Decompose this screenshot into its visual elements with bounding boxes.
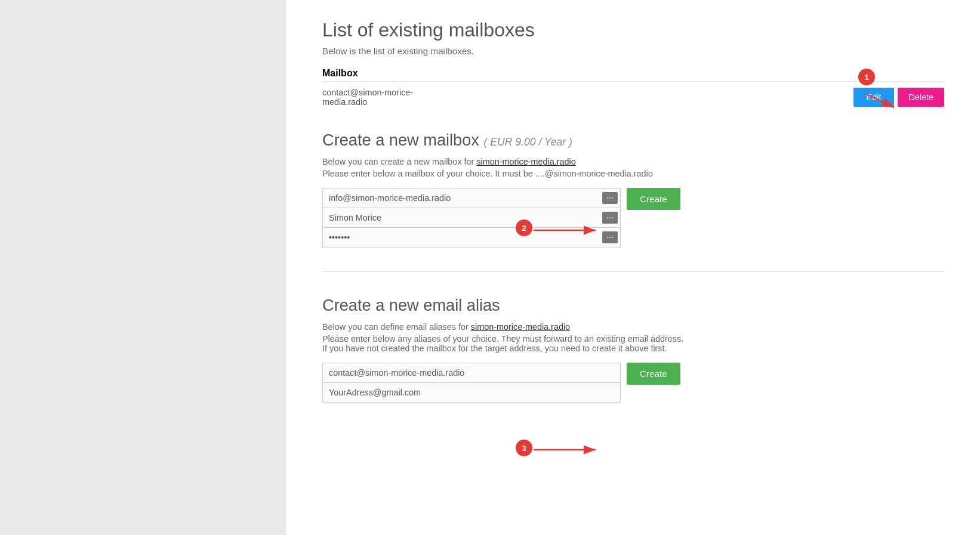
create-mailbox-desc: Below you can create a new mailbox for s…	[322, 157, 944, 166]
mailbox-table: Mailbox contact@simon-morice-media.radio…	[322, 68, 944, 113]
mailbox-input-stack: ⋯ ⋯ ⋯	[322, 188, 621, 248]
annotation-3-circle: 3	[516, 440, 532, 456]
mailbox-email-input[interactable]	[323, 188, 600, 208]
annotation-2-circle: 2	[516, 219, 532, 236]
mailbox-email-dots-btn[interactable]: ⋯	[602, 192, 618, 204]
create-mailbox-note: Please enter below a mailbox of your cho…	[322, 169, 944, 178]
svg-line-1	[867, 94, 894, 107]
create-alias-note: Please enter below any aliases of your c…	[322, 334, 710, 353]
create-alias-desc: Below you can define email aliases for s…	[322, 322, 944, 332]
section-divider	[322, 271, 944, 272]
annotation-3-arrow	[531, 443, 603, 457]
mailbox-email-field-row: ⋯	[322, 188, 621, 208]
create-alias-domain-link[interactable]: simon-morice-media.radio	[471, 322, 570, 332]
mailbox-password-dots-btn[interactable]: ⋯	[602, 231, 618, 243]
alias-to-input[interactable]	[323, 383, 620, 402]
table-row: contact@simon-morice-media.radio Edit De…	[322, 81, 944, 113]
alias-input-stack	[322, 363, 621, 403]
page-title: List of existing mailboxes	[322, 19, 944, 41]
mailbox-name-dots-btn[interactable]: ⋯	[602, 212, 618, 224]
annotation-1-arrow	[858, 78, 906, 113]
annotation-2-arrow	[531, 223, 603, 237]
mailbox-pricing: ( EUR 9.00 / Year )	[484, 136, 572, 148]
sidebar	[0, 0, 286, 535]
create-mailbox-button[interactable]: Create	[627, 188, 680, 210]
alias-to-field-row	[322, 382, 621, 403]
mailbox-column-header: Mailbox	[322, 68, 358, 78]
create-alias-form: Create	[322, 363, 944, 403]
main-content: 1 2 3 List of existing mailboxes Below i…	[286, 0, 980, 535]
create-alias-title: Create a new email alias	[322, 296, 944, 315]
alias-from-input[interactable]	[323, 363, 620, 382]
mailbox-email: contact@simon-morice-media.radio	[322, 88, 853, 107]
page-subtitle: Below is the list of existing mailboxes.	[322, 46, 944, 56]
alias-from-field-row	[322, 363, 621, 382]
create-mailbox-domain-link[interactable]: simon-morice-media.radio	[476, 157, 575, 166]
create-mailbox-title: Create a new mailbox ( EUR 9.00 / Year )	[322, 131, 944, 150]
create-mailbox-form: ⋯ ⋯ ⋯ Create	[322, 188, 944, 248]
create-alias-button[interactable]: Create	[627, 363, 680, 385]
